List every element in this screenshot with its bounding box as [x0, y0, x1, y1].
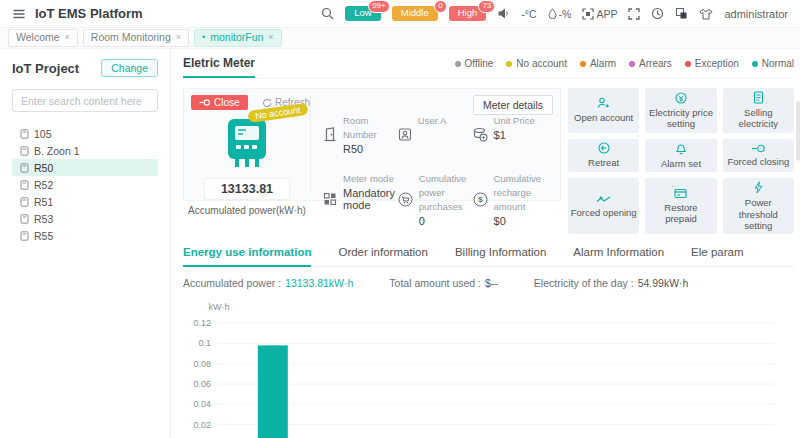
change-project-button[interactable]: Change: [101, 59, 158, 77]
alarm-level-middle-badge[interactable]: Middle 0: [392, 6, 438, 20]
fullscreen-icon[interactable]: [628, 8, 640, 20]
alarm-level-high-badge[interactable]: High 73: [449, 6, 487, 20]
action-label: Open account: [574, 112, 633, 123]
stat-value: $--: [485, 277, 498, 289]
svg-text:0.08: 0.08: [193, 359, 211, 369]
history-clock-icon[interactable]: [651, 7, 664, 20]
route-tab-room-monitoring[interactable]: Room Monitoring ×: [83, 29, 189, 47]
user-menu[interactable]: administrator: [724, 8, 788, 20]
action-label: Electricity price setting: [647, 107, 714, 130]
field-value: R50: [343, 143, 394, 155]
svg-text:$: $: [478, 195, 483, 204]
accumulated-power-value: 13133.81: [204, 178, 290, 200]
legend-offline: Offline: [455, 58, 494, 69]
temperature-value: -°C: [521, 8, 536, 20]
stat-label: Electricity of the day :: [534, 277, 634, 289]
tab-close-icon[interactable]: ×: [65, 32, 70, 44]
meter-details-button[interactable]: Meter details: [473, 95, 553, 115]
power-threshold-setting-button[interactable]: Power threshold setting: [723, 178, 794, 234]
legend-normal: Normal: [752, 58, 794, 69]
selling-electricity-button[interactable]: Selling electricity: [723, 88, 794, 133]
tab-alarm-information[interactable]: Alarm Information: [573, 246, 664, 266]
tree-item-b-zoon-1[interactable]: B. Zoon 1: [12, 142, 158, 159]
vertical-scrollbar[interactable]: [796, 101, 800, 161]
legend-label: Alarm: [590, 58, 616, 69]
bar-chart-svg: 00.020.040.060.080.10.1200:0001:0002:000…: [183, 295, 783, 438]
electric-meter-icon: [221, 115, 273, 171]
legend-label: Arrears: [639, 58, 672, 69]
tree-item-r55[interactable]: R55: [12, 227, 158, 244]
open-account-icon: [597, 97, 610, 109]
legend-alarm: Alarm: [580, 58, 616, 69]
open-account-button[interactable]: Open account: [568, 88, 639, 133]
action-label: Retreat: [588, 157, 619, 168]
tab-energy-use-information[interactable]: Energy use information: [183, 246, 311, 267]
stat-label: Accumulated power :: [183, 277, 281, 289]
route-tab-welcome[interactable]: Welcome ×: [8, 29, 78, 47]
tree-item-label: B. Zoon 1: [34, 145, 80, 157]
search-icon[interactable]: [321, 7, 334, 20]
droplet-icon: [548, 8, 557, 19]
tree-item-105[interactable]: 105: [12, 125, 158, 142]
tree-item-label: R50: [34, 162, 53, 174]
tree-search-input[interactable]: [12, 89, 158, 112]
legend-label: No account: [516, 58, 567, 69]
skin-shirt-icon[interactable]: [699, 8, 713, 20]
hamburger-menu-icon[interactable]: [12, 7, 26, 21]
device-tree: 105 B. Zoon 1 R50 R52 R51 R53: [12, 125, 158, 244]
svg-text:kW·h: kW·h: [209, 302, 230, 312]
app-qr-button[interactable]: APP: [582, 8, 617, 20]
meter-node-icon: [20, 231, 29, 241]
tree-item-r53[interactable]: R53: [12, 210, 158, 227]
tree-item-r51[interactable]: R51: [12, 193, 158, 210]
main-content: Eletric Meter Offline No account Alarm A…: [171, 49, 800, 437]
legend-dot: [685, 61, 691, 67]
tab-billing-information[interactable]: Billing Information: [455, 246, 546, 266]
field-value: $0: [494, 215, 554, 227]
retreat-icon: [598, 142, 610, 154]
alarm-high-label: High: [458, 7, 478, 18]
lightning-icon: [754, 181, 763, 194]
tab-order-information[interactable]: Order information: [338, 246, 427, 266]
tab-close-icon[interactable]: ×: [176, 32, 181, 44]
tab-ele-param[interactable]: Ele param: [691, 246, 743, 266]
field-cumulative-purchases: Cumulative power purchases0: [398, 171, 469, 227]
meter-node-icon: [20, 129, 29, 139]
close-meter-button[interactable]: Close: [191, 95, 248, 110]
forced-opening-button[interactable]: Forced opening: [568, 178, 639, 234]
tree-item-label: R52: [34, 179, 53, 191]
accumulated-power-label: Accumulated power(kW·h): [184, 205, 310, 216]
field-label: Cumulative recharge amount: [494, 173, 542, 212]
forced-closing-button[interactable]: Forced closing: [723, 139, 794, 172]
tree-item-r50[interactable]: R50: [12, 159, 158, 176]
alarm-middle-count: 0: [434, 0, 446, 13]
meter-node-icon: [20, 180, 29, 190]
action-label: Forced opening: [571, 207, 637, 218]
alarm-level-low-badge[interactable]: Low 99+: [345, 6, 380, 20]
alarm-low-count: 99+: [368, 0, 390, 13]
meter-figure: No account: [184, 115, 310, 171]
electricity-price-setting-button[interactable]: Electricity price setting: [645, 88, 716, 133]
mode-grid-icon: [323, 171, 337, 227]
retreat-button[interactable]: Retreat: [568, 139, 639, 172]
layers-theme-icon[interactable]: [675, 7, 688, 20]
volume-icon[interactable]: [497, 7, 510, 20]
alarm-set-button[interactable]: Alarm set: [645, 139, 716, 172]
app-title: IoT EMS Platform: [35, 6, 143, 21]
meter-panel: Close Refresh: [183, 88, 561, 201]
coins-icon: [473, 113, 488, 155]
switch-on-icon: [596, 195, 611, 204]
tree-item-label: 105: [34, 128, 52, 140]
price-setting-icon: [675, 92, 687, 104]
field-unit-price: Unit Price$1: [473, 113, 554, 155]
legend-dot: [629, 61, 635, 67]
legend-label: Exception: [695, 58, 739, 69]
restore-prepaid-button[interactable]: Restore prepaid: [645, 178, 716, 234]
energy-bar-chart: 00.020.040.060.080.10.1200:0001:0002:000…: [183, 295, 794, 438]
route-tab-monitorfun[interactable]: • monitorFun ×: [194, 29, 282, 47]
door-icon: [323, 113, 337, 155]
humidity-value: -%: [559, 8, 572, 20]
tree-item-label: R51: [34, 196, 53, 208]
tab-close-icon[interactable]: ×: [268, 32, 273, 44]
tree-item-r52[interactable]: R52: [12, 176, 158, 193]
